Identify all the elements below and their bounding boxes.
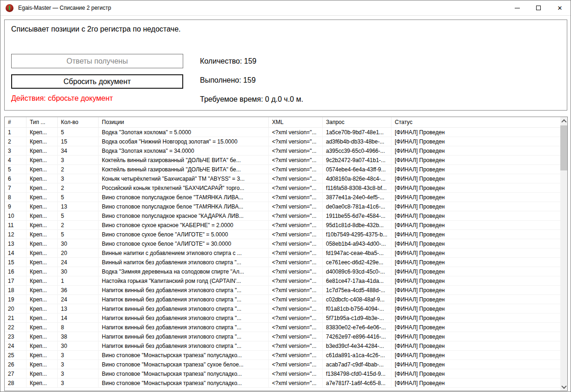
- table-row[interactable]: 9Креп...13Вино столовое полусладкое бело…: [5, 202, 560, 211]
- cell-request: f10b7549-4295-4375-b...: [323, 230, 392, 239]
- table-row[interactable]: 3Креп...34Водка "Золотая хохлома" = 34.0…: [5, 146, 560, 156]
- cell-status: [ФИНАЛ] Проведен: [392, 211, 560, 221]
- cell-status: [ФИНАЛ] Проведен: [392, 193, 560, 202]
- cell-xml: <?xml version="...: [269, 248, 323, 258]
- cell-type: Креп...: [27, 332, 58, 341]
- chevron-up-icon: [561, 119, 566, 124]
- cell-status: [ФИНАЛ] Проведен: [392, 351, 560, 360]
- table-header: # Тип ... Кол-во Позиции XML Запрос Стат…: [5, 117, 560, 128]
- cell-xml: <?xml version="...: [269, 239, 323, 248]
- table-row[interactable]: 1Креп...5Водка "Золотая хохлома" = 5.000…: [5, 128, 560, 137]
- cell-xml: <?xml version="...: [269, 193, 323, 202]
- table-row[interactable]: 22Креп...8Напиток винный без добавления …: [5, 323, 560, 332]
- table-row[interactable]: 11Креп...2Вино столовое сухое красное "К…: [5, 221, 560, 230]
- col-header-status[interactable]: Статус: [392, 117, 560, 128]
- cell-type: Креп...: [27, 193, 58, 202]
- cell-position: Вино столовое "Монастырская трапеза" сух…: [99, 360, 269, 369]
- cell-xml: <?xml version="...: [269, 258, 323, 267]
- cell-status: [ФИНАЛ] Проведен: [392, 221, 560, 230]
- cell-qty: 36: [58, 286, 99, 295]
- cell-qty: 30: [58, 341, 99, 351]
- cell-status: [ФИНАЛ] Проведен: [392, 314, 560, 323]
- table-row[interactable]: 13Креп...30Вино столовое сухое белое "АЛ…: [5, 239, 560, 248]
- cell-qty: 8: [58, 323, 99, 332]
- scroll-up-button[interactable]: [560, 117, 567, 125]
- cell-position: Настойка горькая "Капитанский ром голд (…: [99, 276, 269, 286]
- table-row[interactable]: 21Креп...14Напиток винный без добавления…: [5, 314, 560, 323]
- table-row[interactable]: 7Креп...2Российский коньяк трёхлетний "Б…: [5, 183, 560, 193]
- window-controls: ✕: [506, 0, 571, 15]
- table-row[interactable]: 25Креп...3Вино столовое "Монастырская тр…: [5, 351, 560, 360]
- cell-qty: 2: [58, 183, 99, 193]
- table-row[interactable]: 28Креп...3Вино столовое "Монастырская тр…: [5, 379, 560, 388]
- cell-qty: 30: [58, 239, 99, 248]
- cell-request: 1a5ce70b-9bd7-48e1...: [323, 128, 392, 137]
- table-row[interactable]: 4Креп...3Коктейль винный газированный "Д…: [5, 156, 560, 165]
- col-header-num[interactable]: #: [5, 117, 27, 128]
- maximize-button[interactable]: [528, 0, 549, 15]
- table-row[interactable]: 16Креп...30Водка "Зимняя деревенька на с…: [5, 267, 560, 276]
- col-header-request[interactable]: Запрос: [323, 117, 392, 128]
- cell-status: [ФИНАЛ] Проведен: [392, 323, 560, 332]
- table-row[interactable]: 18Креп...36Напиток винный без добавления…: [5, 286, 560, 295]
- cell-request: b3ed39cf-4e34-4284-...: [323, 341, 392, 351]
- cell-request: f1384798-cfd0-415d-9...: [323, 369, 392, 379]
- close-button[interactable]: ✕: [549, 0, 571, 15]
- cell-position: Вино столовое сухое красное "КАБЕРНЕ" = …: [99, 221, 269, 230]
- cell-type: Креп...: [27, 165, 58, 174]
- table-row[interactable]: 20Креп...13Напиток винный без добавления…: [5, 304, 560, 314]
- cell-num: 18: [5, 286, 27, 295]
- reset-document-button[interactable]: Сбросить документ: [11, 74, 183, 89]
- table-row[interactable]: 2Креп...15Водка особая "Нижний Новгород …: [5, 137, 560, 146]
- cell-xml: <?xml version="...: [269, 369, 323, 379]
- table-row[interactable]: 14Креп...20Винные напитки с добавлением …: [5, 248, 560, 258]
- cell-qty: 13: [58, 304, 99, 314]
- cell-num: 12: [5, 230, 27, 239]
- table-row[interactable]: 15Креп...24Винный напиток без добавления…: [5, 258, 560, 267]
- answers-received-button[interactable]: Ответы получены: [11, 54, 183, 68]
- table-row[interactable]: 26Креп...3Вино столовое "Монастырская тр…: [5, 360, 560, 369]
- col-header-position[interactable]: Позиции: [99, 117, 269, 128]
- table-row[interactable]: 17Креп...1Настойка горькая "Капитанский …: [5, 276, 560, 286]
- cell-position: Вино столовое сухое белое "АЛИГОТЕ" = 5.…: [99, 230, 269, 239]
- cell-type: Креп...: [27, 286, 58, 295]
- minimize-icon: [515, 8, 520, 8]
- table-row[interactable]: 12Креп...5Вино столовое сухое белое "АЛИ…: [5, 230, 560, 239]
- cell-position: Коньяк четырёхлетний "Бахчисарай" ТМ "AB…: [99, 174, 269, 183]
- table-row[interactable]: 27Креп...3Вино столовое "Монастырская тр…: [5, 369, 560, 379]
- cell-request: d40089c6-93cd-45c0-...: [323, 267, 392, 276]
- cell-position: Российский коньяк трёхлетний "БАХЧИСАРАЙ…: [99, 183, 269, 193]
- col-header-xml[interactable]: XML: [269, 117, 323, 128]
- table-row[interactable]: 6Креп...3Коньяк четырёхлетний "Бахчисара…: [5, 174, 560, 183]
- cell-request: 4d08160a-826e-48c4-...: [323, 174, 392, 183]
- cell-type: Креп...: [27, 183, 58, 193]
- table-row[interactable]: 8Креп...5Вино столовое полусладкое белое…: [5, 193, 560, 202]
- cell-xml: <?xml version="...: [269, 304, 323, 314]
- scrollbar-thumb[interactable]: [560, 125, 567, 170]
- cell-num: 22: [5, 323, 27, 332]
- cell-status: [ФИНАЛ] Проведен: [392, 258, 560, 267]
- col-header-type[interactable]: Тип ...: [27, 117, 58, 128]
- cell-qty: 5: [58, 230, 99, 239]
- close-icon: ✕: [558, 5, 563, 11]
- scroll-down-button[interactable]: [560, 383, 567, 391]
- table-row[interactable]: 19Креп...24Напиток винный без добавления…: [5, 295, 560, 304]
- table-row[interactable]: 24Креп...30Напиток винный без добавления…: [5, 341, 560, 351]
- action-hint: Действия: сбросьте документ: [11, 94, 113, 103]
- col-header-qty[interactable]: Кол-во: [58, 117, 99, 128]
- cell-num: 16: [5, 267, 27, 276]
- table-row[interactable]: 5Креп...2Коктейль винный газированный "Д…: [5, 165, 560, 174]
- cell-position: Напиток винный без добавления этилового …: [99, 314, 269, 323]
- title-bar[interactable]: Egais-Master — Списание 2 регистр ✕: [0, 0, 571, 16]
- vertical-scrollbar[interactable]: [560, 117, 567, 391]
- table-row[interactable]: 10Креп...5Вино столовое полусладкое крас…: [5, 211, 560, 221]
- cell-position: Напиток винный без добавления этилового …: [99, 304, 269, 314]
- cell-position: Водка особая "Нижний Новгород золотая" =…: [99, 137, 269, 146]
- cell-num: 28: [5, 379, 27, 388]
- cell-num: 27: [5, 369, 27, 379]
- cell-xml: <?xml version="...: [269, 295, 323, 304]
- cell-type: Креп...: [27, 211, 58, 221]
- cell-position: Водка "Золотая хохлома" = 34.0000: [99, 146, 269, 156]
- minimize-button[interactable]: [506, 0, 528, 15]
- table-row[interactable]: 23Креп...38Напиток винный без добавления…: [5, 332, 560, 341]
